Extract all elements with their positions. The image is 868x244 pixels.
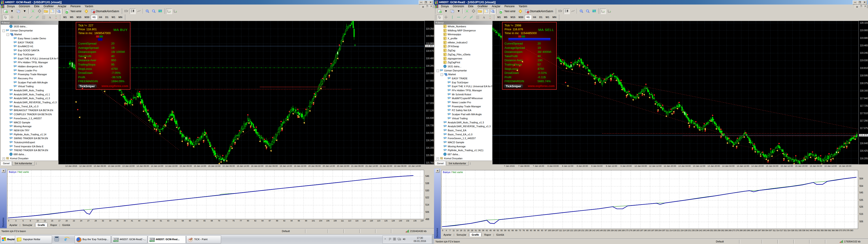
tree-item[interactable]: +Komut Dosyaları [1,157,58,161]
timeframe-button-m1[interactable]: M1 [496,15,502,20]
mdi-restore-button[interactable]: ❐ [425,5,429,8]
task-button[interactable]: GCMFOREX449207: GCM-Real... [148,236,186,244]
fibonacci-tool-button[interactable] [41,15,46,20]
new-order-button[interactable]: Yeni emir [64,8,83,14]
tray-volume-icon[interactable] [403,238,405,241]
tester-tab-sonuçlar[interactable]: Sonuçlar [20,223,35,227]
tree-item[interactable]: Powerplay Trade Manager [1,72,58,77]
collapse-box-icon[interactable]: - [6,33,9,36]
timeframe-button-d1[interactable]: D1 [538,15,544,20]
status-profile[interactable]: Default [282,230,290,233]
ea-website-link[interactable]: www.expforex.com [528,84,555,88]
task-button[interactable]: GCMFOREX449207: GCM-Real2 -... [112,236,147,244]
tree-item[interactable]: AnalyticSAR_Auto_Trading_v1.3 [1,96,58,100]
tester-tab-rapor[interactable]: Rapor [48,223,59,227]
timeframe-button-m5[interactable]: M5 [502,15,509,20]
tree-item[interactable]: FFx Hidden TPSL Manager [435,89,492,93]
tree-item[interactable]: COMPLEX TRADER EA BETA EN [1,113,58,117]
tree-item[interactable]: Virtual Trailing [435,117,492,121]
tree-item[interactable]: TickstoryInfoExpert [1,141,58,145]
tree-item[interactable]: MACD Sample [435,141,492,145]
tree-item[interactable]: fZigZag_Fibo_v2beta [435,53,492,57]
tester-tab-grafik[interactable]: Grafik [469,233,482,237]
tile-windows-button[interactable] [591,8,597,14]
timeframe-button-mn[interactable]: MN [117,15,124,20]
tree-item[interactable]: EnvMACD H1 [1,44,58,49]
tree-item[interactable]: Exp TickSniper [435,81,492,85]
timeframe-button-mn[interactable]: MN [551,15,558,20]
new-chart-button[interactable] [3,8,8,14]
collapse-box-icon[interactable]: - [440,73,443,76]
profiles-button[interactable] [450,8,455,14]
refresh-button[interactable] [30,8,36,14]
chart-area[interactable]: 119.250119.060118.865118.670118.480118.2… [58,21,434,167]
tree-item[interactable]: Trend Imperator EA Beta E [1,145,58,149]
expand-box-icon[interactable]: + [2,157,5,160]
tree-item[interactable]: fX_profile [435,37,492,41]
new-chart-dropdown[interactable]: ▾ [9,8,15,14]
tray-flag-icon[interactable] [389,238,392,241]
channel-tool-button[interactable] [34,15,40,20]
timeframe-button-h1[interactable]: H1 [525,15,531,20]
timeframe-button-h1[interactable]: H1 [91,15,97,20]
maximize-button[interactable]: ❐ [857,0,862,4]
crosshair-tool-button[interactable] [9,15,15,20]
tree-item[interactable]: fWinmaxpips [435,33,492,37]
tree-item[interactable]: Exp4 THE X FULL Universal EA for M [435,85,492,89]
new-order-button[interactable]: Yeni emir [498,8,517,14]
task-button[interactable]: Yapışkan Notlar [15,236,52,244]
tree-item[interactable]: Basic_Trend_EA [435,128,492,133]
tree-item[interactable]: MultiMTCopierMT4Receiver [435,96,492,100]
tree-item[interactable]: Exp TickSniper [1,53,58,57]
arrows-tool-button[interactable] [487,15,493,20]
crosshair-tool-button[interactable] [443,15,449,20]
timeframe-button-m30[interactable]: M30 [83,15,91,20]
tree-item[interactable]: -Market [435,72,492,77]
timeframe-button-m30[interactable]: M30 [517,15,525,20]
new-chart-dropdown[interactable]: ▾ [443,8,449,14]
task-button[interactable]: Buy the 'Exp TickSnip... [74,236,111,244]
tree-item[interactable]: fZigZag [435,49,492,53]
crosshair-button[interactable] [471,8,476,14]
chart-area[interactable]: 120.115119.900119.680119.465119.245119.0… [492,21,868,167]
tree-item[interactable]: FFx Hidden TPSL Manager [1,61,58,65]
tree-item[interactable]: Hidden divergence EA [1,65,58,69]
show-desktop-button[interactable] [432,235,434,244]
menu-item-araçlar[interactable]: Araçlar [490,4,502,8]
timeframe-button-m15[interactable]: M15 [75,15,83,20]
tester-close-button[interactable]: x [436,169,439,173]
tree-item[interactable]: -Uzman Danışmanlar [435,69,492,73]
tree-item[interactable]: fZigZagFirst [435,61,492,65]
menu-item-görünüm[interactable]: Görünüm [17,4,32,8]
tree-item[interactable]: fzigzagarrows [435,57,492,61]
tree-item[interactable]: Pipfinite_Auto_Trading_v1.14(1) [435,148,492,152]
tray-chevron-icon[interactable]: ˄ [384,238,386,240]
tree-item[interactable]: SWING TRADER EA BETA EN [1,136,58,141]
channel-tool-button[interactable] [468,15,474,20]
menu-item-araçlar[interactable]: Araçlar [56,4,68,8]
close-button[interactable]: ✕ [428,0,433,4]
menu-item-ekle[interactable]: Ekle [32,4,41,8]
ea-website-link[interactable]: www.expforex.com [101,84,128,88]
metaeditor-button[interactable] [84,8,89,14]
tester-close-button[interactable]: x [2,169,5,173]
tester-graph[interactable]: Bakiye / Net varlık [441,170,858,229]
tester-tab-grafik[interactable]: Grafik [35,223,48,227]
tester-tab-rapor[interactable]: Rapor [482,233,493,237]
mdi-minimize-button[interactable]: ▂ [855,5,859,8]
menu-item-grafikler[interactable]: Grafikler [41,4,56,8]
navigator-tab-favorites[interactable]: Sık kullanılanlar [12,161,35,165]
refresh-button[interactable] [464,8,470,14]
tree-item[interactable]: Easy News Loader Demo [1,37,58,41]
tree-item[interactable]: TREND TRADER EA BETA EN [1,148,58,152]
tree-item[interactable]: News Loader Pro [435,100,492,104]
start-button[interactable]: Başlat [1,236,15,244]
tree-item[interactable]: Recovery Pro [1,77,58,81]
auto-scroll-button[interactable] [166,8,172,14]
tree-item[interactable]: EASY TRADE [435,77,492,81]
profiles-dropdown[interactable]: ▾ [456,8,462,14]
trendline-tool-button[interactable] [28,15,34,20]
chart-shift-button[interactable] [173,8,178,14]
horizontal-line-tool-button[interactable] [456,15,462,20]
timeframe-button-h4[interactable]: H4 [531,15,537,20]
